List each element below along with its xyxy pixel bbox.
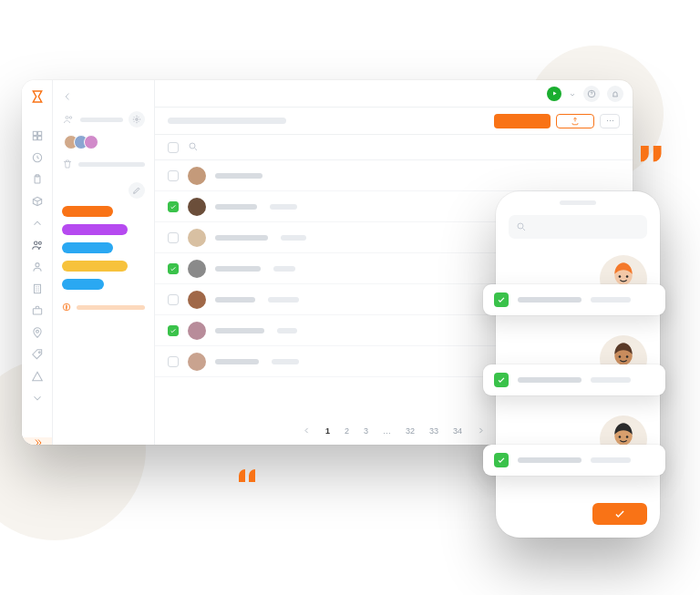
svg-rect-18 [67, 305, 67, 308]
notifications-button[interactable] [607, 86, 623, 102]
svg-point-21 [190, 143, 195, 149]
svg-point-12 [36, 330, 38, 333]
sidebar-tag[interactable] [62, 261, 128, 272]
page-ellipsis: … [380, 425, 394, 437]
play-button[interactable] [547, 87, 561, 101]
sub-skeleton [591, 457, 631, 463]
contact-checkbox[interactable] [494, 373, 509, 387]
prev-page-button[interactable] [300, 425, 314, 438]
select-all-checkbox[interactable] [168, 142, 179, 153]
clock-icon[interactable] [30, 151, 45, 164]
contact-card[interactable] [483, 364, 665, 395]
next-page-button[interactable] [474, 425, 488, 438]
svg-point-25 [619, 275, 622, 278]
sidebar [53, 80, 155, 445]
sidebar-tag[interactable] [62, 206, 113, 217]
avatar [188, 353, 206, 371]
svg-point-22 [518, 223, 523, 229]
svg-rect-10 [34, 284, 40, 292]
svg-point-29 [619, 355, 622, 358]
svg-point-14 [66, 117, 68, 119]
contact-item[interactable] [509, 415, 647, 463]
row-checkbox[interactable] [168, 294, 179, 305]
search-icon[interactable] [188, 139, 199, 156]
row-checkbox[interactable] [168, 325, 179, 336]
sidebar-tag[interactable] [62, 279, 104, 290]
avatar [188, 167, 206, 185]
pin-icon[interactable] [30, 326, 45, 339]
edit-button[interactable] [129, 182, 145, 199]
list-header [155, 135, 633, 160]
sub-skeleton [270, 204, 297, 210]
name-skeleton [518, 457, 582, 463]
page-number[interactable]: 32 [403, 425, 417, 437]
chevron-up-icon[interactable] [30, 217, 45, 230]
building-icon[interactable] [30, 282, 45, 295]
sidebar-archived-row[interactable] [62, 159, 145, 169]
page-number[interactable]: 3 [361, 425, 371, 437]
tag-icon[interactable] [30, 348, 45, 361]
name-skeleton [215, 266, 261, 272]
svg-rect-11 [33, 309, 41, 314]
sub-skeleton [268, 297, 299, 303]
box-icon[interactable] [30, 195, 45, 208]
row-checkbox[interactable] [168, 263, 179, 274]
breadcrumb-skeleton [168, 118, 286, 124]
contact-list [509, 239, 647, 503]
name-skeleton [215, 204, 257, 210]
skeleton-text [78, 162, 145, 167]
contact-card[interactable] [483, 445, 665, 476]
more-button[interactable]: ⋯ [600, 114, 620, 128]
contact-checkbox[interactable] [494, 292, 509, 307]
briefcase-icon[interactable] [30, 304, 45, 317]
play-menu-caret[interactable] [569, 86, 576, 102]
svg-point-8 [38, 241, 41, 244]
page-number[interactable]: 2 [342, 425, 352, 437]
name-skeleton [215, 328, 264, 333]
svg-point-26 [626, 275, 629, 278]
contact-item[interactable] [509, 335, 647, 383]
primary-action-button[interactable] [494, 114, 551, 128]
sub-skeleton [591, 377, 631, 383]
name-skeleton [518, 377, 582, 383]
contact-card[interactable] [483, 284, 665, 315]
sidebar-filter-row[interactable] [62, 111, 145, 128]
page-number[interactable]: 1 [323, 425, 333, 437]
avatar [188, 291, 206, 309]
svg-rect-19 [67, 309, 67, 310]
search-input[interactable] [509, 215, 647, 239]
sidebar-avatar-stack[interactable] [62, 135, 145, 149]
settings-button[interactable] [129, 111, 145, 128]
confirm-button[interactable] [592, 503, 647, 525]
contact-checkbox[interactable] [494, 453, 509, 467]
page-number[interactable]: 33 [427, 425, 441, 437]
name-skeleton [215, 359, 259, 364]
sidebar-tag[interactable] [62, 224, 128, 235]
export-button[interactable] [556, 114, 594, 128]
sub-skeleton [272, 359, 299, 364]
clipboard-icon[interactable] [30, 173, 45, 186]
row-checkbox[interactable] [168, 201, 179, 212]
contact-item[interactable] [509, 255, 647, 303]
svg-point-16 [136, 118, 139, 121]
row-checkbox[interactable] [168, 170, 179, 181]
chevron-down-icon[interactable] [30, 392, 45, 405]
dashboard-icon[interactable] [30, 129, 45, 142]
user-icon[interactable] [30, 261, 45, 273]
page-number[interactable]: 34 [450, 425, 465, 437]
name-skeleton [518, 297, 582, 303]
skeleton-text [77, 305, 145, 310]
sub-skeleton [281, 235, 306, 241]
back-button[interactable] [62, 89, 75, 102]
name-skeleton [215, 235, 268, 241]
sidebar-tag[interactable] [62, 242, 113, 253]
sidebar-warning-row[interactable] [62, 303, 145, 312]
triangle-icon[interactable] [30, 370, 45, 383]
row-checkbox[interactable] [168, 232, 179, 243]
row-checkbox[interactable] [168, 356, 179, 367]
help-button[interactable] [583, 86, 600, 102]
users-icon[interactable] [30, 239, 45, 251]
skeleton-text [80, 118, 123, 122]
list-row[interactable] [155, 160, 633, 191]
svg-point-33 [619, 436, 622, 438]
